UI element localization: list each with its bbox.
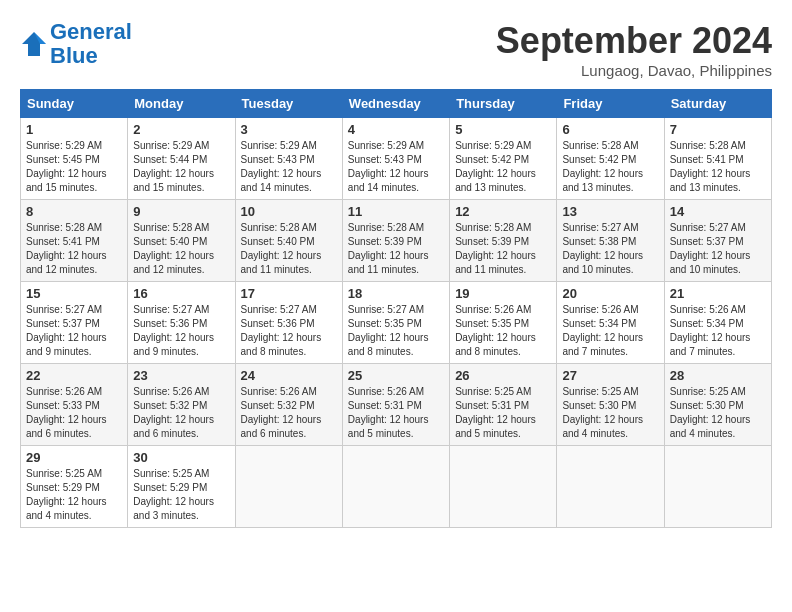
calendar-row-2: 8 Sunrise: 5:28 AM Sunset: 5:41 PM Dayli… [21,200,772,282]
header-wednesday: Wednesday [342,90,449,118]
day-number: 28 [670,368,766,383]
day-number: 30 [133,450,229,465]
day-info: Sunrise: 5:27 AM Sunset: 5:38 PM Dayligh… [562,222,643,275]
calendar-cell: 27 Sunrise: 5:25 AM Sunset: 5:30 PM Dayl… [557,364,664,446]
day-info: Sunrise: 5:27 AM Sunset: 5:36 PM Dayligh… [133,304,214,357]
day-info: Sunrise: 5:29 AM Sunset: 5:42 PM Dayligh… [455,140,536,193]
day-number: 20 [562,286,658,301]
calendar-cell: 24 Sunrise: 5:26 AM Sunset: 5:32 PM Dayl… [235,364,342,446]
day-number: 8 [26,204,122,219]
day-number: 23 [133,368,229,383]
day-number: 5 [455,122,551,137]
calendar-cell [557,446,664,528]
calendar-cell: 18 Sunrise: 5:27 AM Sunset: 5:35 PM Dayl… [342,282,449,364]
day-number: 14 [670,204,766,219]
day-number: 19 [455,286,551,301]
logo: GeneralBlue [20,20,132,68]
calendar-cell: 8 Sunrise: 5:28 AM Sunset: 5:41 PM Dayli… [21,200,128,282]
logo-icon [20,30,48,58]
calendar-cell: 22 Sunrise: 5:26 AM Sunset: 5:33 PM Dayl… [21,364,128,446]
day-info: Sunrise: 5:28 AM Sunset: 5:40 PM Dayligh… [133,222,214,275]
header-thursday: Thursday [450,90,557,118]
day-number: 1 [26,122,122,137]
calendar-cell: 14 Sunrise: 5:27 AM Sunset: 5:37 PM Dayl… [664,200,771,282]
day-number: 16 [133,286,229,301]
day-info: Sunrise: 5:26 AM Sunset: 5:34 PM Dayligh… [670,304,751,357]
day-info: Sunrise: 5:27 AM Sunset: 5:37 PM Dayligh… [670,222,751,275]
day-info: Sunrise: 5:25 AM Sunset: 5:30 PM Dayligh… [562,386,643,439]
calendar-row-4: 22 Sunrise: 5:26 AM Sunset: 5:33 PM Dayl… [21,364,772,446]
calendar-cell: 20 Sunrise: 5:26 AM Sunset: 5:34 PM Dayl… [557,282,664,364]
day-info: Sunrise: 5:27 AM Sunset: 5:35 PM Dayligh… [348,304,429,357]
calendar-cell: 13 Sunrise: 5:27 AM Sunset: 5:38 PM Dayl… [557,200,664,282]
logo-text: GeneralBlue [50,20,132,68]
day-info: Sunrise: 5:26 AM Sunset: 5:34 PM Dayligh… [562,304,643,357]
day-info: Sunrise: 5:29 AM Sunset: 5:45 PM Dayligh… [26,140,107,193]
calendar-row-1: 1 Sunrise: 5:29 AM Sunset: 5:45 PM Dayli… [21,118,772,200]
day-info: Sunrise: 5:28 AM Sunset: 5:39 PM Dayligh… [455,222,536,275]
calendar-cell [664,446,771,528]
day-info: Sunrise: 5:25 AM Sunset: 5:30 PM Dayligh… [670,386,751,439]
day-number: 15 [26,286,122,301]
calendar-cell: 3 Sunrise: 5:29 AM Sunset: 5:43 PM Dayli… [235,118,342,200]
day-info: Sunrise: 5:29 AM Sunset: 5:43 PM Dayligh… [241,140,322,193]
day-number: 4 [348,122,444,137]
month-title: September 2024 [496,20,772,62]
calendar-cell: 1 Sunrise: 5:29 AM Sunset: 5:45 PM Dayli… [21,118,128,200]
calendar-body: 1 Sunrise: 5:29 AM Sunset: 5:45 PM Dayli… [21,118,772,528]
day-info: Sunrise: 5:28 AM Sunset: 5:41 PM Dayligh… [26,222,107,275]
day-number: 12 [455,204,551,219]
calendar-cell [235,446,342,528]
day-info: Sunrise: 5:25 AM Sunset: 5:29 PM Dayligh… [26,468,107,521]
day-info: Sunrise: 5:26 AM Sunset: 5:32 PM Dayligh… [133,386,214,439]
calendar-cell: 17 Sunrise: 5:27 AM Sunset: 5:36 PM Dayl… [235,282,342,364]
day-number: 2 [133,122,229,137]
day-number: 3 [241,122,337,137]
calendar-cell: 4 Sunrise: 5:29 AM Sunset: 5:43 PM Dayli… [342,118,449,200]
day-info: Sunrise: 5:28 AM Sunset: 5:41 PM Dayligh… [670,140,751,193]
calendar-cell: 11 Sunrise: 5:28 AM Sunset: 5:39 PM Dayl… [342,200,449,282]
location: Lungaog, Davao, Philippines [496,62,772,79]
calendar-cell: 16 Sunrise: 5:27 AM Sunset: 5:36 PM Dayl… [128,282,235,364]
day-info: Sunrise: 5:26 AM Sunset: 5:31 PM Dayligh… [348,386,429,439]
calendar-cell: 9 Sunrise: 5:28 AM Sunset: 5:40 PM Dayli… [128,200,235,282]
calendar-cell [342,446,449,528]
day-info: Sunrise: 5:28 AM Sunset: 5:39 PM Dayligh… [348,222,429,275]
day-number: 6 [562,122,658,137]
day-number: 18 [348,286,444,301]
calendar-cell: 6 Sunrise: 5:28 AM Sunset: 5:42 PM Dayli… [557,118,664,200]
calendar-cell: 2 Sunrise: 5:29 AM Sunset: 5:44 PM Dayli… [128,118,235,200]
day-info: Sunrise: 5:26 AM Sunset: 5:33 PM Dayligh… [26,386,107,439]
day-info: Sunrise: 5:27 AM Sunset: 5:37 PM Dayligh… [26,304,107,357]
header-tuesday: Tuesday [235,90,342,118]
day-info: Sunrise: 5:27 AM Sunset: 5:36 PM Dayligh… [241,304,322,357]
calendar-cell: 30 Sunrise: 5:25 AM Sunset: 5:29 PM Dayl… [128,446,235,528]
day-info: Sunrise: 5:25 AM Sunset: 5:29 PM Dayligh… [133,468,214,521]
calendar-cell: 28 Sunrise: 5:25 AM Sunset: 5:30 PM Dayl… [664,364,771,446]
day-info: Sunrise: 5:26 AM Sunset: 5:35 PM Dayligh… [455,304,536,357]
page-header: GeneralBlue September 2024 Lungaog, Dava… [20,20,772,79]
day-number: 17 [241,286,337,301]
weekday-header-row: Sunday Monday Tuesday Wednesday Thursday… [21,90,772,118]
day-info: Sunrise: 5:26 AM Sunset: 5:32 PM Dayligh… [241,386,322,439]
header-monday: Monday [128,90,235,118]
calendar-cell: 10 Sunrise: 5:28 AM Sunset: 5:40 PM Dayl… [235,200,342,282]
day-number: 25 [348,368,444,383]
day-number: 27 [562,368,658,383]
day-number: 7 [670,122,766,137]
day-number: 24 [241,368,337,383]
header-sunday: Sunday [21,90,128,118]
day-number: 21 [670,286,766,301]
day-number: 11 [348,204,444,219]
day-number: 9 [133,204,229,219]
day-info: Sunrise: 5:28 AM Sunset: 5:42 PM Dayligh… [562,140,643,193]
header-saturday: Saturday [664,90,771,118]
calendar-cell: 15 Sunrise: 5:27 AM Sunset: 5:37 PM Dayl… [21,282,128,364]
day-info: Sunrise: 5:29 AM Sunset: 5:44 PM Dayligh… [133,140,214,193]
day-number: 29 [26,450,122,465]
day-info: Sunrise: 5:25 AM Sunset: 5:31 PM Dayligh… [455,386,536,439]
header-friday: Friday [557,90,664,118]
calendar-row-5: 29 Sunrise: 5:25 AM Sunset: 5:29 PM Dayl… [21,446,772,528]
calendar-cell: 12 Sunrise: 5:28 AM Sunset: 5:39 PM Dayl… [450,200,557,282]
calendar-cell: 21 Sunrise: 5:26 AM Sunset: 5:34 PM Dayl… [664,282,771,364]
